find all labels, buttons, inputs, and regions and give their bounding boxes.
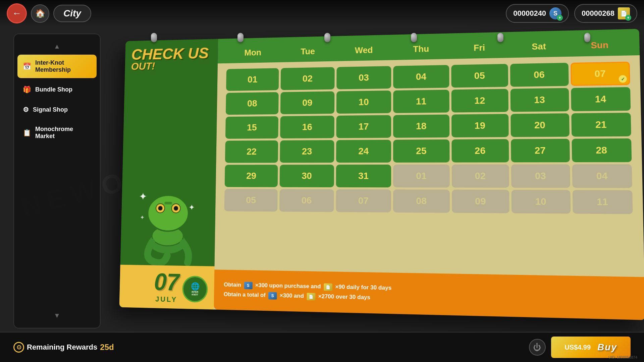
cal-day-next-03: 03: [511, 164, 570, 188]
cal-day-19[interactable]: 19: [451, 114, 509, 137]
remaining-days: 25d: [100, 343, 114, 352]
location-text: City: [63, 8, 81, 18]
calendar-promo-area: CHECK US OUT!: [119, 39, 218, 309]
sidebar: ▲ 📅 Inter-KnotMembership 🎁 Bundle Shop ⚙…: [13, 34, 101, 328]
sidebar-down-arrow: ▼: [17, 310, 97, 321]
calendar-grid: 01 02 03 04 05 06 07 ✓ 08 09 10 11 12: [219, 59, 639, 220]
calendar-3d: CHECK US OUT!: [119, 29, 644, 320]
cal-day-next-09: 09: [452, 190, 509, 213]
calendar-date-panel: 07 JULY 🌐 INTERKNOT: [119, 265, 215, 310]
cal-day-28[interactable]: 28: [572, 138, 632, 162]
header-thu: Thu: [393, 37, 449, 60]
signal-shop-icon: ⚙: [23, 106, 29, 114]
svg-point-2: [147, 195, 189, 231]
cal-day-06[interactable]: 06: [510, 63, 569, 87]
currency-1-plus[interactable]: +: [557, 15, 563, 21]
remaining-label: Remaining Rewards: [27, 343, 97, 352]
buy-button[interactable]: US$4.99 Buy: [551, 337, 631, 358]
sidebar-item-monochrome-market[interactable]: 📋 Monochrome Market: [17, 121, 97, 144]
cal-day-next-05: 05: [224, 189, 278, 212]
power-button[interactable]: ⏻: [529, 339, 546, 356]
cal-day-11[interactable]: 11: [393, 90, 449, 113]
svg-text:✦: ✦: [189, 203, 195, 212]
currency-1-icon: S +: [549, 7, 561, 19]
remaining-rewards: ⊙ Remaining Rewards 25d: [13, 342, 114, 353]
cal-day-13[interactable]: 13: [511, 88, 569, 112]
sidebar-item-inter-knot[interactable]: 📅 Inter-KnotMembership: [17, 55, 97, 78]
currency-2-amount: 00000268: [582, 9, 614, 18]
header-mon: Mon: [226, 41, 279, 63]
header-sun: Sun: [570, 33, 630, 57]
cal-day-31[interactable]: 31: [336, 165, 391, 187]
currency-badge-2: 00000268 📄 +: [574, 4, 637, 23]
home-icon: 🏠: [35, 9, 45, 18]
currency-2-plus[interactable]: +: [625, 15, 631, 21]
cal-day-next-01: 01: [393, 165, 449, 188]
cal-day-14[interactable]: 14: [571, 87, 631, 111]
cal-day-next-02: 02: [451, 164, 509, 188]
back-button[interactable]: ←: [7, 3, 27, 23]
inter-knot-icon: 📅: [23, 62, 31, 70]
cal-day-next-07: 07: [336, 189, 391, 213]
home-button[interactable]: 🏠: [31, 4, 49, 23]
cal-day-05[interactable]: 05: [451, 64, 508, 88]
bundle-shop-icon: 🎁: [23, 85, 31, 94]
cal-day-next-11: 11: [572, 190, 633, 214]
location-badge: City: [53, 5, 91, 22]
cal-day-next-08: 08: [393, 189, 450, 213]
cal-day-18[interactable]: 18: [393, 115, 449, 138]
cal-day-12[interactable]: 12: [451, 89, 508, 112]
currency-badge-1: 00000240 S +: [506, 4, 569, 23]
cal-day-10[interactable]: 10: [336, 90, 391, 114]
currency-1-amount: 00000240: [513, 9, 546, 18]
cal-day-15[interactable]: 15: [225, 116, 278, 139]
cal-day-02[interactable]: 02: [281, 67, 335, 90]
cal-day-24[interactable]: 24: [336, 140, 391, 163]
cal-day-21[interactable]: 21: [571, 113, 631, 137]
interknot-badge-text: INTERKNOT: [192, 291, 198, 296]
interknot-globe-icon: 🌐: [191, 282, 199, 291]
cal-day-22[interactable]: 22: [225, 140, 278, 163]
monochrome-market-icon: 📋: [23, 129, 31, 137]
cal-day-08[interactable]: 08: [226, 92, 279, 115]
cal-day-09[interactable]: 09: [280, 91, 334, 114]
back-icon: ←: [12, 8, 21, 19]
cal-day-30[interactable]: 30: [280, 165, 334, 187]
date-month: JULY: [155, 295, 177, 304]
calendar-left-panel: CHECK US OUT!: [119, 39, 218, 309]
cal-day-26[interactable]: 26: [451, 139, 509, 163]
date-number: 07: [154, 270, 179, 294]
snake-svg: ✦ ✦ ✦: [133, 168, 204, 266]
cal-day-04[interactable]: 04: [393, 65, 449, 88]
bundle-shop-label: Bundle Shop: [35, 86, 72, 93]
cal-day-29[interactable]: 29: [225, 165, 278, 187]
cal-day-03[interactable]: 03: [336, 66, 391, 89]
cal-day-07-today[interactable]: 07 ✓: [571, 62, 630, 86]
svg-text:✦: ✦: [139, 191, 147, 202]
buy-area: ⏻ US$4.99 Buy: [529, 337, 631, 358]
buy-label: Buy: [597, 342, 617, 353]
cal-day-23[interactable]: 23: [280, 140, 334, 163]
cal-day-01[interactable]: 01: [226, 68, 279, 91]
header-wed: Wed: [337, 38, 391, 61]
signal-shop-label: Signal Shop: [33, 106, 68, 113]
top-bar: ← 🏠 City 00000240 S + 00000268 📄 +: [0, 0, 644, 27]
cal-day-next-06: 06: [279, 189, 334, 212]
inter-knot-label: Inter-KnotMembership: [35, 59, 71, 73]
uid-text: UID: 1800058874: [608, 355, 637, 359]
header-tue: Tue: [281, 39, 335, 62]
svg-rect-7: [164, 202, 172, 204]
header-sat: Sat: [510, 34, 568, 58]
cal-day-next-04: 04: [572, 164, 632, 188]
cal-day-20[interactable]: 20: [511, 113, 569, 137]
cal-day-25[interactable]: 25: [393, 139, 449, 163]
cal-day-17[interactable]: 17: [336, 115, 391, 138]
svg-text:✦: ✦: [140, 214, 145, 221]
sidebar-item-signal-shop[interactable]: ⚙ Signal Shop: [17, 101, 97, 118]
cal-day-16[interactable]: 16: [280, 116, 334, 138]
interknot-badge: 🌐 INTERKNOT: [182, 276, 208, 303]
buy-price: US$4.99: [565, 344, 591, 351]
cal-day-27[interactable]: 27: [511, 139, 570, 162]
sidebar-item-bundle-shop[interactable]: 🎁 Bundle Shop: [17, 81, 97, 98]
character-area: ✦ ✦ ✦: [120, 165, 216, 270]
